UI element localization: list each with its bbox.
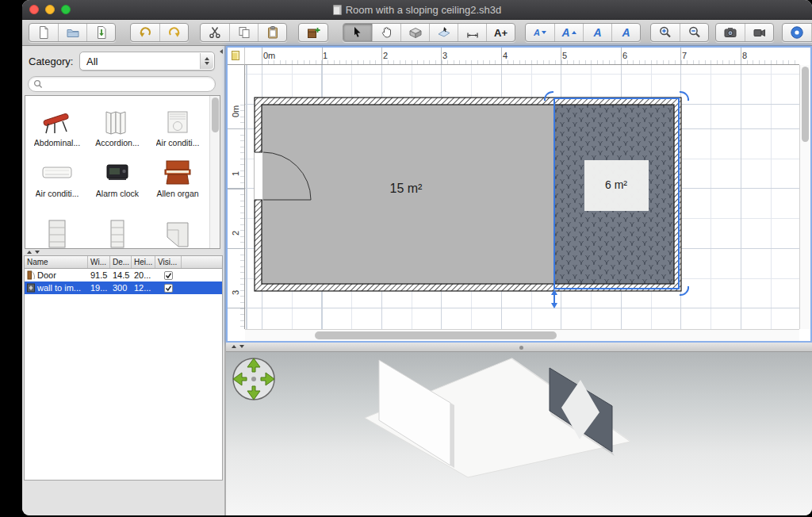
- redo-button[interactable]: [159, 24, 188, 41]
- ruler-mark: 4: [503, 51, 508, 60]
- italic-button[interactable]: A: [611, 24, 640, 41]
- decrease-text-size-button[interactable]: A: [526, 24, 554, 41]
- plan-vertical-scrollbar[interactable]: [799, 65, 810, 329]
- create-photo-button[interactable]: [716, 24, 745, 41]
- video-camera-icon: [753, 25, 767, 40]
- bold-button[interactable]: A: [583, 24, 611, 41]
- visible-checkbox[interactable]: [164, 271, 173, 280]
- category-dropdown[interactable]: All: [79, 52, 215, 71]
- furniture-table: Door 91.5 14.5 20... wall to im... 19...…: [24, 269, 223, 481]
- help-button[interactable]: [783, 24, 811, 41]
- add-furniture-button[interactable]: [299, 24, 327, 41]
- collapse-left-icon[interactable]: [220, 49, 223, 54]
- catalog-item[interactable]: Accordion...: [87, 98, 147, 148]
- table-row-selected[interactable]: wall to im... 19... 300 12...: [25, 281, 222, 294]
- increase-text-size-button[interactable]: A: [554, 24, 583, 41]
- catalog-scrollbar[interactable]: [209, 96, 220, 248]
- accordion-door-icon: [99, 106, 136, 138]
- zoom-in-button[interactable]: [651, 24, 680, 41]
- furniture-table-header: Name Wi... De... Hei... Visi...: [24, 255, 223, 269]
- elevation-handle-icon[interactable]: [551, 289, 557, 308]
- plan-vertical-scrollbar-thumb[interactable]: [802, 67, 809, 142]
- category-value: All: [86, 56, 98, 67]
- minimize-window-button[interactable]: [45, 5, 55, 14]
- column-header-visible[interactable]: Visi...: [155, 256, 182, 268]
- catalog-item[interactable]: [87, 199, 147, 249]
- view-3d[interactable]: [226, 352, 812, 515]
- catalog-item[interactable]: [147, 199, 208, 249]
- undo-button[interactable]: [131, 24, 159, 41]
- column-header-width[interactable]: Wi...: [88, 256, 110, 268]
- new-button[interactable]: [29, 24, 58, 41]
- save-button[interactable]: [86, 24, 115, 41]
- select-mode-button[interactable]: [343, 24, 372, 41]
- sidebar-split-handle[interactable]: [22, 249, 224, 255]
- new-document-icon: [36, 25, 51, 40]
- file-group: [29, 23, 116, 42]
- catalog-item[interactable]: Air conditi...: [27, 148, 87, 199]
- shelf-icon: [99, 218, 136, 249]
- dropdown-stepper[interactable]: [200, 53, 213, 69]
- column-header-name[interactable]: Name: [25, 256, 88, 268]
- catalog-item[interactable]: Abdominal...: [27, 98, 87, 148]
- check-icon: [165, 285, 172, 292]
- column-header-filler: [182, 256, 222, 268]
- split-up-icon: [27, 251, 32, 254]
- catalog-item-label: Accordion...: [95, 138, 139, 148]
- catalog-item[interactable]: Air conditi...: [147, 98, 208, 148]
- catalog-item[interactable]: Alarm clock: [87, 148, 147, 199]
- wall-3d-white[interactable]: [379, 360, 450, 465]
- add-text-button[interactable]: A+: [486, 24, 515, 41]
- zoom-window-button[interactable]: [61, 5, 71, 14]
- area-label-small-box: 6 m²: [584, 160, 649, 211]
- compass-center: [251, 377, 256, 381]
- column-header-height[interactable]: Hei...: [132, 256, 155, 268]
- pan-mode-button[interactable]: [372, 24, 400, 41]
- title-bar[interactable]: Room with a sloping ceiling2.sh3d: [22, 0, 812, 20]
- shelf-icon: [39, 218, 75, 249]
- plan-3d-split-handle[interactable]: [226, 343, 812, 352]
- air-conditioner-icon: [159, 106, 196, 138]
- create-rooms-button[interactable]: [429, 24, 458, 41]
- plan-horizontal-scrollbar[interactable]: [245, 329, 799, 341]
- ruler-mark: 5: [562, 51, 567, 60]
- room-icon: [437, 25, 451, 40]
- document-proxy-icon: [333, 5, 342, 15]
- visible-checkbox[interactable]: [164, 284, 173, 293]
- ruler-mark: 3: [442, 51, 447, 60]
- plan-canvas[interactable]: 15 m² 6 m²: [245, 65, 799, 329]
- ruler-mark: 3: [231, 290, 240, 295]
- plan-view[interactable]: 0m 1 2 3 4 5 6 7 8 0m 1 2 3: [226, 46, 812, 343]
- check-icon: [165, 272, 172, 279]
- ruler-mark: 1: [231, 171, 240, 176]
- plan-horizontal-scrollbar-thumb[interactable]: [315, 331, 557, 339]
- category-label: Category:: [29, 56, 73, 67]
- paste-button[interactable]: [258, 24, 286, 41]
- split-up-icon: [232, 345, 236, 348]
- column-header-depth[interactable]: De...: [110, 256, 132, 268]
- table-row[interactable]: Door 91.5 14.5 20...: [25, 269, 222, 281]
- create-video-button[interactable]: [745, 24, 773, 41]
- cut-button[interactable]: [201, 24, 229, 41]
- dimension-icon: [465, 25, 480, 40]
- catalog-item[interactable]: [27, 199, 87, 249]
- create-dimensions-button[interactable]: [458, 24, 486, 41]
- search-input[interactable]: [28, 76, 216, 92]
- create-walls-button[interactable]: [400, 24, 429, 41]
- catalog-scrollbar-thumb[interactable]: [212, 98, 219, 132]
- area-label-small: 6 m²: [605, 178, 627, 191]
- zoom-out-button[interactable]: [680, 24, 708, 41]
- catalog-item[interactable]: Allen organ: [147, 148, 208, 199]
- open-folder-icon: [66, 25, 80, 40]
- catalog-item-label: Abdominal...: [34, 138, 80, 148]
- copy-button[interactable]: [229, 24, 258, 41]
- navigation-compass[interactable]: [231, 356, 277, 402]
- add-text-icon: A+: [494, 27, 508, 39]
- add-furniture-icon: [306, 25, 320, 40]
- open-button[interactable]: [58, 24, 86, 41]
- camera-icon: [723, 25, 737, 40]
- alarm-clock-icon: [99, 157, 136, 189]
- catalog-grid: Abdominal... Accordion... Air conditi...…: [25, 96, 220, 249]
- text-style-group: A A A A: [525, 23, 641, 42]
- close-window-button[interactable]: [29, 5, 39, 14]
